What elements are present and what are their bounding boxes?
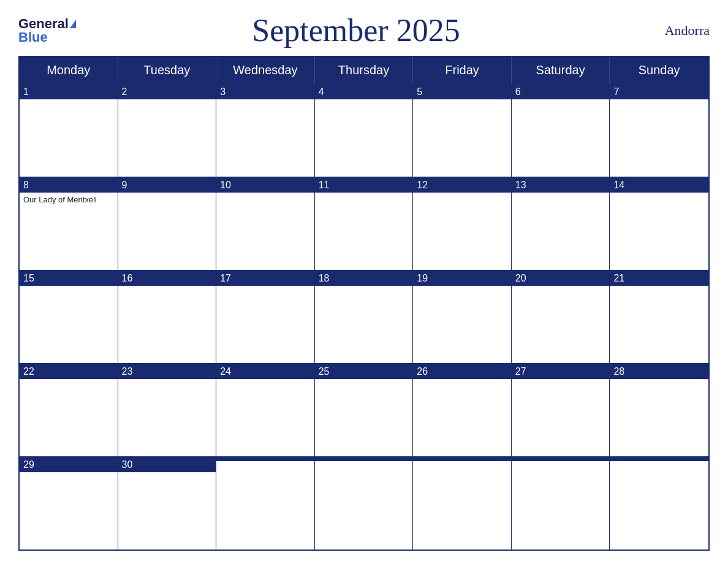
day-number: 25: [315, 364, 413, 379]
logo: General Blue: [18, 17, 76, 44]
calendar: Monday Tuesday Wednesday Thursday Friday…: [18, 56, 710, 551]
day-cell: 13: [512, 178, 610, 270]
day-number: 28: [610, 364, 708, 379]
day-cell: 2: [118, 85, 217, 177]
day-cell: 10: [216, 178, 315, 270]
week-5: 2930: [20, 456, 708, 550]
day-cell: 1: [20, 85, 118, 177]
day-number: [216, 458, 314, 461]
day-cell: [413, 458, 512, 550]
day-number: 23: [118, 364, 216, 379]
day-cell: [216, 458, 315, 550]
logo-general-text: General: [18, 17, 69, 31]
week-2: 8Our Lady of Meritxell91011121314: [20, 177, 708, 270]
day-cell: 24: [216, 364, 315, 456]
day-number: 7: [610, 85, 708, 99]
day-number: 4: [315, 85, 413, 99]
day-cell: 5: [413, 85, 512, 177]
weeks: 12345678Our Lady of Meritxell91011121314…: [20, 83, 708, 550]
day-number: 14: [610, 178, 708, 193]
header: General Blue September 2025 Andorra: [18, 12, 710, 48]
day-headers: Monday Tuesday Wednesday Thursday Friday…: [20, 57, 708, 83]
day-number: 9: [118, 178, 216, 193]
day-cell: 20: [512, 271, 610, 363]
day-number: 10: [216, 178, 314, 193]
day-number: 18: [315, 271, 413, 286]
calendar-title: September 2025: [76, 12, 636, 48]
day-number: 13: [512, 178, 610, 193]
day-number: [512, 458, 610, 461]
header-wednesday: Wednesday: [216, 57, 315, 83]
day-cell: 3: [216, 85, 315, 177]
day-number: 5: [413, 85, 511, 99]
day-cell: 15: [20, 271, 118, 363]
week-1: 1234567: [20, 83, 708, 177]
day-number: [610, 458, 708, 461]
day-cell: 27: [512, 364, 610, 456]
day-cell: 22: [20, 364, 118, 456]
day-number: 19: [413, 271, 511, 286]
day-cell: 26: [413, 364, 512, 456]
header-friday: Friday: [413, 57, 512, 83]
day-cell: 11: [315, 178, 414, 270]
logo-triangle-icon: [70, 20, 76, 28]
day-cell: [512, 458, 610, 550]
header-sunday: Sunday: [610, 57, 708, 83]
day-number: 22: [20, 364, 118, 379]
event-label: Our Lady of Meritxell: [20, 193, 118, 208]
day-cell: 16: [118, 271, 217, 363]
day-cell: 28: [610, 364, 708, 456]
day-number: 29: [20, 458, 118, 472]
day-cell: 30: [118, 458, 217, 550]
day-cell: 14: [610, 178, 708, 270]
day-cell: 18: [315, 271, 414, 363]
header-saturday: Saturday: [512, 57, 610, 83]
day-number: 27: [512, 364, 610, 379]
day-number: 30: [118, 458, 216, 472]
day-number: 26: [413, 364, 511, 379]
day-number: 2: [118, 85, 216, 99]
day-cell: 9: [118, 178, 217, 270]
day-number: 24: [216, 364, 314, 379]
header-monday: Monday: [20, 57, 118, 83]
day-cell: 25: [315, 364, 414, 456]
day-number: 11: [315, 178, 413, 193]
day-number: 16: [118, 271, 216, 286]
header-thursday: Thursday: [315, 57, 414, 83]
logo-blue-text: Blue: [18, 31, 48, 44]
day-cell: 19: [413, 271, 512, 363]
day-number: 17: [216, 271, 314, 286]
day-number: 6: [512, 85, 610, 99]
page: General Blue September 2025 Andorra Mond…: [0, 0, 728, 563]
day-cell: 29: [20, 458, 118, 550]
day-number: 8: [20, 178, 118, 193]
day-cell: 8Our Lady of Meritxell: [20, 178, 118, 270]
day-cell: 21: [610, 271, 708, 363]
day-cell: 4: [315, 85, 414, 177]
day-number: 20: [512, 271, 610, 286]
day-cell: 23: [118, 364, 217, 456]
week-4: 22232425262728: [20, 363, 708, 456]
day-cell: [315, 458, 414, 550]
header-tuesday: Tuesday: [118, 57, 217, 83]
day-cell: [610, 458, 708, 550]
day-number: 21: [610, 271, 708, 286]
country-label: Andorra: [636, 23, 710, 39]
day-number: 12: [413, 178, 511, 193]
day-number: [413, 458, 511, 461]
day-cell: 7: [610, 85, 708, 177]
day-number: 15: [20, 271, 118, 286]
day-number: 1: [20, 85, 118, 99]
week-3: 15161718192021: [20, 270, 708, 363]
day-number: 3: [216, 85, 314, 99]
day-cell: 12: [413, 178, 512, 270]
day-number: [315, 458, 413, 461]
day-cell: 17: [216, 271, 315, 363]
day-cell: 6: [512, 85, 610, 177]
